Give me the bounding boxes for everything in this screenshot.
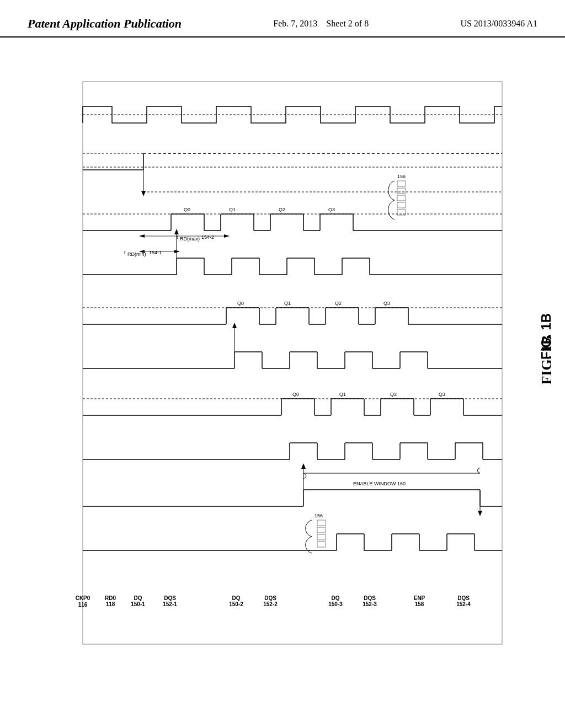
svg-text:150-2: 150-2 <box>229 601 243 607</box>
svg-rect-168 <box>317 534 326 540</box>
diagram-area: FIG. 1B text { font-family: Arial, sans-… <box>0 38 565 699</box>
svg-text:116: 116 <box>78 602 88 608</box>
svg-text:152-1: 152-1 <box>163 601 177 607</box>
svg-marker-145 <box>478 511 482 516</box>
svg-text:Q1: Q1 <box>284 301 291 306</box>
fig-1b-label: FIG. 1B <box>539 313 554 363</box>
svg-text:Q3: Q3 <box>328 207 335 212</box>
dq-150-2-signal: Q0 Q1 Q2 Q3 <box>83 301 502 324</box>
svg-marker-56 <box>139 234 145 238</box>
svg-rect-0 <box>83 82 502 644</box>
svg-rect-161 <box>397 188 406 194</box>
svg-text:Q2: Q2 <box>279 207 285 212</box>
publication-title: Patent Application Publication <box>28 17 182 31</box>
dqs-152-4-signal <box>83 534 502 550</box>
dqs-152-3-signal <box>83 443 502 459</box>
date-sheet: Feb. 7, 2013 Sheet 2 of 8 <box>273 17 369 29</box>
svg-text:156: 156 <box>397 174 406 179</box>
svg-rect-163 <box>397 202 406 208</box>
svg-text:156: 156 <box>315 513 323 518</box>
svg-marker-97 <box>232 323 237 328</box>
svg-text:118: 118 <box>106 601 115 607</box>
svg-text:ENP: ENP <box>414 595 425 601</box>
svg-text:Q1: Q1 <box>229 207 236 212</box>
dq-150-1-signal: Q0 Q1 Q2 Q3 <box>83 207 502 231</box>
svg-text:152-3: 152-3 <box>363 601 377 607</box>
svg-text:DQ: DQ <box>232 595 241 601</box>
svg-marker-45 <box>174 229 179 234</box>
svg-text:DQS: DQS <box>264 595 276 601</box>
svg-text:150-1: 150-1 <box>131 601 145 607</box>
svg-text:t: t <box>177 234 178 240</box>
svg-text:RD0: RD0 <box>105 595 116 601</box>
rd0-signal <box>83 153 502 196</box>
svg-text:DQS: DQS <box>364 595 376 601</box>
svg-text:t: t <box>124 250 126 255</box>
svg-text:Q3: Q3 <box>383 301 390 306</box>
svg-marker-143 <box>301 463 306 469</box>
svg-text:154-1: 154-1 <box>149 250 162 255</box>
svg-text:154-2: 154-2 <box>201 234 214 240</box>
timing-diagram-svg: text { font-family: Arial, sans-serif; f… <box>33 71 519 677</box>
svg-text:DQ: DQ <box>332 595 340 601</box>
svg-text:Q0: Q0 <box>292 392 299 397</box>
dq-150-3-signal: Q0 Q1 Q2 Q3 <box>83 392 502 415</box>
svg-text:Q2: Q2 <box>390 392 397 397</box>
svg-rect-160 <box>397 181 406 186</box>
svg-text:Q1: Q1 <box>339 392 346 397</box>
page-header: Patent Application Publication Feb. 7, 2… <box>0 0 565 38</box>
svg-text:152-4: 152-4 <box>456 601 471 607</box>
svg-text:RD(max): RD(max) <box>180 236 200 242</box>
dqs-152-2-signal <box>83 323 502 368</box>
svg-text:DQ: DQ <box>134 595 142 601</box>
svg-text:DQS: DQS <box>457 595 470 601</box>
svg-marker-51 <box>174 250 180 253</box>
svg-text:Q2: Q2 <box>335 301 342 306</box>
svg-marker-57 <box>224 234 230 238</box>
svg-text:Q3: Q3 <box>439 392 445 397</box>
patent-number: US 2013/0033946 A1 <box>460 17 537 29</box>
svg-text:Q0: Q0 <box>237 301 244 306</box>
enp-158-signal: ENABLE WINDOW 160 <box>83 463 502 516</box>
svg-text:CKP0: CKP0 <box>76 595 90 601</box>
svg-text:DQS: DQS <box>164 595 176 601</box>
svg-rect-169 <box>317 542 326 547</box>
svg-rect-167 <box>317 527 326 533</box>
svg-text:Q0: Q0 <box>184 207 190 212</box>
svg-rect-162 <box>397 195 406 201</box>
svg-text:158: 158 <box>415 601 424 607</box>
svg-rect-166 <box>317 520 326 526</box>
sheet-info: Sheet 2 of 8 <box>326 19 369 28</box>
svg-text:150-3: 150-3 <box>328 601 343 607</box>
pub-date: Feb. 7, 2013 <box>273 19 317 28</box>
svg-text:ENABLE WINDOW 160: ENABLE WINDOW 160 <box>353 481 406 486</box>
svg-text:152-2: 152-2 <box>263 601 278 607</box>
